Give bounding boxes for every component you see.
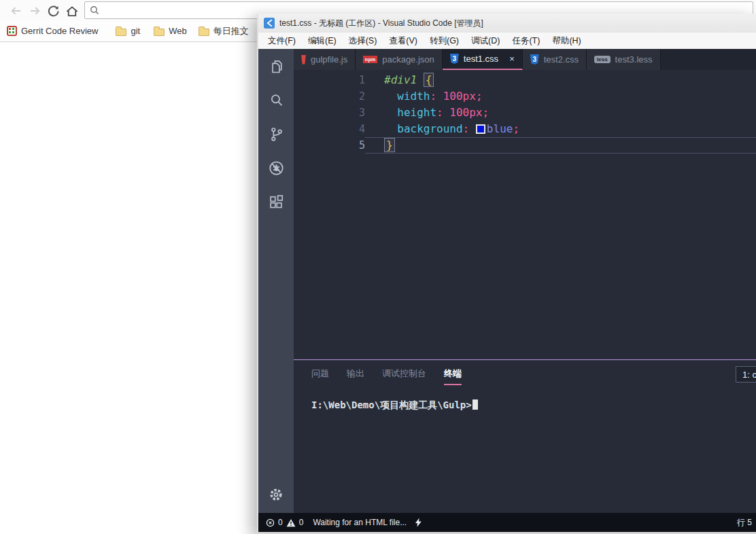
folder-icon — [116, 29, 126, 36]
tab-package-json[interactable]: npm package.json — [356, 49, 443, 70]
code-line-4[interactable]: 4 background: blue; — [294, 121, 756, 137]
indent — [384, 122, 397, 135]
css-property: height — [397, 106, 436, 119]
indent — [384, 106, 397, 119]
settings-gear-icon[interactable] — [258, 478, 294, 512]
status-message: Waiting for an HTML file... — [313, 518, 407, 527]
menu-go[interactable]: 转到(G) — [424, 35, 465, 47]
line-number: 4 — [294, 121, 365, 137]
vscode-body: gulpfile.js npm package.json 3 test1.css… — [258, 49, 756, 513]
terminal-output[interactable]: I:\Web\Demo\项目构建工具\Gulp> — [294, 385, 756, 412]
code-line-1[interactable]: 1 #div1 { — [294, 72, 756, 88]
bookmark-gerrit[interactable]: Gerrit Code Review — [7, 26, 98, 36]
line-number: 5 — [294, 137, 365, 154]
menu-tasks[interactable]: 任务(T) — [506, 35, 546, 47]
colon: : — [430, 90, 443, 103]
editor-group: gulpfile.js npm package.json 3 test1.css… — [294, 49, 756, 513]
panel-tab-debug-console[interactable]: 调试控制台 — [382, 368, 426, 385]
code-editor[interactable]: 1 #div1 { 2 width: 100px; 3 height: 100p… — [294, 70, 756, 359]
menu-edit[interactable]: 编辑(E) — [302, 35, 343, 47]
semicolon: ; — [483, 106, 489, 119]
gulp-file-icon — [301, 55, 306, 65]
panel-tabs: 问题 输出 调试控制台 终端 — [294, 360, 756, 385]
menu-help[interactable]: 帮助(H) — [546, 35, 587, 47]
tab-bar: gulpfile.js npm package.json 3 test1.css… — [294, 49, 756, 70]
menu-selection[interactable]: 选择(S) — [343, 35, 383, 47]
css-value: 100px — [443, 90, 476, 103]
close-tab-icon[interactable]: × — [509, 54, 515, 64]
semicolon: ; — [513, 122, 519, 135]
bookmark-folder-daily[interactable]: 每日推文 — [199, 25, 249, 37]
panel-tab-output[interactable]: 输出 — [347, 368, 364, 385]
cursor-position-indicator[interactable]: 行 5 — [737, 517, 752, 529]
forward-button[interactable] — [27, 3, 42, 18]
refresh-button[interactable] — [46, 3, 61, 18]
menu-file[interactable]: 文件(F) — [262, 35, 302, 47]
tab-test1-css[interactable]: 3 test1.css × — [443, 49, 523, 70]
code-line-5-current[interactable]: 5 } — [294, 137, 756, 154]
search-icon — [90, 5, 99, 15]
semicolon: ; — [476, 90, 483, 103]
menu-view[interactable]: 查看(V) — [383, 35, 424, 47]
tab-label: test3.less — [615, 54, 653, 65]
bookmark-label: Gerrit Code Review — [21, 26, 98, 36]
close-brace: } — [384, 138, 395, 152]
source-control-icon[interactable] — [258, 117, 294, 151]
gerrit-favicon-icon — [7, 26, 17, 36]
code-line-3[interactable]: 3 height: 100px; — [294, 105, 756, 121]
color-swatch[interactable] — [476, 124, 485, 134]
panel-tab-problems[interactable]: 问题 — [311, 368, 329, 385]
tab-test3-less[interactable]: less test3.less — [587, 49, 661, 70]
extensions-icon[interactable] — [258, 185, 294, 219]
folder-icon — [154, 29, 165, 36]
error-count: 0 — [278, 518, 283, 527]
menu-debug[interactable]: 调试(D) — [465, 35, 506, 47]
forward-arrow-icon — [29, 5, 41, 16]
home-button[interactable] — [65, 3, 80, 18]
terminal-cursor — [472, 399, 478, 410]
tab-gulpfile-js[interactable]: gulpfile.js — [294, 49, 356, 70]
back-button[interactable] — [8, 3, 23, 18]
debug-icon[interactable] — [258, 151, 294, 185]
bookmark-folder-web[interactable]: Web — [154, 26, 187, 36]
code-text: } — [365, 137, 756, 154]
indent — [384, 90, 397, 103]
css-color-keyword: blue — [487, 122, 513, 135]
vscode-menubar: 文件(F) 编辑(E) 选择(S) 查看(V) 转到(G) 调试(D) 任务(T… — [258, 33, 756, 49]
status-bar: 0 0 Waiting for an HTML file... 行 5 — [258, 513, 756, 532]
warning-count: 0 — [299, 518, 304, 527]
css3-file-icon: 3 — [530, 54, 539, 65]
terminal-selector-dropdown[interactable]: 1: cmd — [736, 366, 756, 382]
less-file-icon: less — [594, 56, 611, 63]
panel-tab-terminal[interactable]: 终端 — [444, 368, 462, 385]
colon: : — [463, 122, 476, 135]
npm-file-icon: npm — [363, 56, 377, 63]
back-arrow-icon — [10, 5, 22, 16]
live-server-status-item[interactable]: Waiting for an HTML file... — [313, 518, 422, 527]
code-text: width: 100px; — [365, 88, 756, 105]
code-text: height: 100px; — [365, 105, 756, 121]
css-value: 100px — [449, 106, 482, 119]
window-title: test1.css - 无标题 (工作区) - Visual Studio Co… — [279, 18, 483, 29]
refresh-icon — [47, 5, 60, 18]
code-text: background: blue; — [365, 121, 756, 137]
explorer-icon[interactable] — [258, 49, 294, 83]
home-icon — [65, 5, 79, 18]
lightning-bolt-icon — [415, 518, 422, 527]
tab-label: test1.css — [464, 54, 498, 64]
vscode-titlebar[interactable]: test1.css - 无标题 (工作区) - Visual Studio Co… — [258, 14, 756, 33]
error-circle-icon — [266, 518, 275, 527]
css-property: width — [397, 90, 430, 103]
search-icon[interactable] — [258, 83, 294, 117]
folder-icon — [199, 29, 209, 36]
problems-status-item[interactable]: 0 0 — [266, 518, 303, 527]
activity-bar — [258, 49, 294, 513]
code-line-2[interactable]: 2 width: 100px; — [294, 88, 756, 105]
css3-file-icon: 3 — [450, 54, 459, 64]
vscode-window: test1.css - 无标题 (工作区) - Visual Studio Co… — [257, 14, 756, 534]
terminal-prompt: I:\Web\Demo\项目构建工具\Gulp> — [311, 399, 472, 410]
code-text: #div1 { — [365, 72, 756, 88]
colon: : — [436, 106, 449, 119]
tab-test2-css[interactable]: 3 test2.css — [523, 49, 587, 70]
bookmark-folder-git[interactable]: git — [116, 26, 140, 36]
